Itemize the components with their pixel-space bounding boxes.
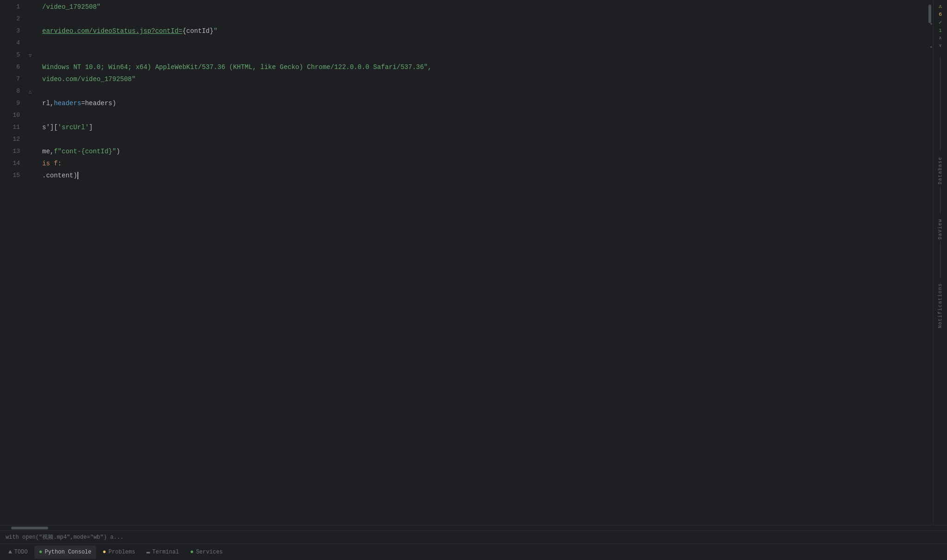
tab-todo[interactable]: ▲ TODO [4,546,32,559]
line-num-6: 6 [4,61,20,73]
code-text: rl, [42,97,54,109]
scrollbar-thumb[interactable] [928,5,931,23]
code-text: headers [54,97,81,109]
line-num-2: 2 [4,13,20,25]
services-icon: ● [190,548,194,555]
code-text: {contId} [182,25,213,37]
code-editor[interactable]: /video_1792508" earvideo.com/videoStatus… [35,0,927,525]
code-text: video.com/video_1792508" [42,73,136,85]
tab-services[interactable]: ● Services [185,546,227,559]
line-num-3: 3 [4,25,20,37]
line-num-12: 12 [4,133,20,145]
gutter: ▽ △ [25,0,35,525]
terminal-icon: ▬ [146,548,150,555]
line-num-8: 8 [4,85,20,97]
horizontal-scrollbar[interactable] [0,525,947,530]
code-text: is f: [42,157,62,170]
line-num-14: 14 [4,157,20,170]
line-num-10: 10 [4,109,20,121]
vertical-scrollbar[interactable] [927,0,933,525]
line-num-13: 13 [4,145,20,157]
tab-todo-label: TODO [14,549,28,555]
code-line-8 [42,85,927,97]
code-text: s'][ [42,121,58,133]
code-text: f"cont-{contId}" [54,145,116,157]
bookmark-icon-8: △ [29,88,32,94]
tab-services-label: Services [196,549,223,555]
chevron-up-icon[interactable]: ∧ [939,35,941,41]
sidebar-divider-2 [940,186,941,214]
line-num-4: 4 [4,37,20,49]
line-num-7: 7 [4,73,20,85]
code-text: 'srcUrl' [58,121,89,133]
code-line-4 [42,37,927,49]
notifications-label[interactable]: Notifications [938,281,943,330]
line-num-5: 5 [4,49,20,61]
code-text: =headers) [81,97,116,109]
code-line-13: me,f"cont-{contId}") [42,145,927,157]
status-bar: with open("视频.mp4",mode="wb") a... [0,530,947,543]
tab-python-console[interactable]: ● Python Console [34,546,96,559]
code-text: Windows NT 10.0; Win64; x64) AppleWebKit… [42,61,432,73]
code-text: earvideo.com/videoStatus.jsp?contId= [42,25,182,37]
line-numbers: 1 2 3 4 5 6 7 8 9 10 11 12 13 14 15 [0,0,25,525]
ok-count: 1 [939,28,942,33]
tab-problems[interactable]: ● Problems [98,546,140,559]
line-num-11: 11 [4,121,20,133]
code-text: me, [42,145,54,157]
status-text: with open("视频.mp4",mode="wb") a... [6,533,123,541]
warning-count: 6 [939,12,942,17]
code-line-7: video.com/video_1792508" [42,73,927,85]
tab-problems-label: Problems [108,549,135,555]
code-text: ] [89,121,93,133]
dataview-label[interactable]: DaView [938,217,943,241]
code-line-2 [42,13,927,25]
tab-python-console-label: Python Console [44,549,91,555]
python-console-icon: ● [39,548,43,555]
sidebar-divider-3 [940,241,941,278]
bottom-tabs: ▲ TODO ● Python Console ● Problems ▬ Ter… [0,543,947,560]
right-sidebar: ⚠ 6 ✓ 1 ∧ ∨ Database DaView [933,0,947,525]
code-line-10 [42,109,927,121]
code-line-6: Windows NT 10.0; Win64; x64) AppleWebKit… [42,61,927,73]
bookmark-icon-5: ▽ [29,52,32,58]
scroll-marker [930,23,932,25]
code-line-5 [42,49,927,61]
code-line-11: s']['srcUrl'] [42,121,927,133]
code-line-9: rl,headers=headers) [42,97,927,109]
code-line-14: is f: [42,157,927,170]
database-label[interactable]: Database [938,155,943,186]
line-num-15: 15 [4,170,20,182]
todo-icon: ▲ [8,548,12,555]
text-cursor [77,172,78,179]
scroll-marker-2 [930,46,932,48]
line-num-9: 9 [4,97,20,109]
sidebar-divider [940,57,941,150]
code-text: /video_1792508" [42,1,101,13]
code-text: " [214,25,217,37]
line-num-1: 1 [4,1,20,13]
code-text: .content) [42,170,77,182]
code-line-1: /video_1792508" [42,1,927,13]
code-line-3: earvideo.com/videoStatus.jsp?contId={con… [42,25,927,37]
chevron-down-icon[interactable]: ∨ [939,43,941,48]
warning-icon: ⚠ [939,3,942,10]
code-line-15: .content) [42,170,927,182]
tab-terminal-label: Terminal [153,549,179,555]
problems-icon: ● [102,548,106,555]
ok-icon: ✓ [939,19,942,26]
code-line-12 [42,133,927,145]
code-text: ) [116,145,120,157]
h-scroll-thumb[interactable] [11,527,48,529]
tab-terminal[interactable]: ▬ Terminal [142,546,184,559]
